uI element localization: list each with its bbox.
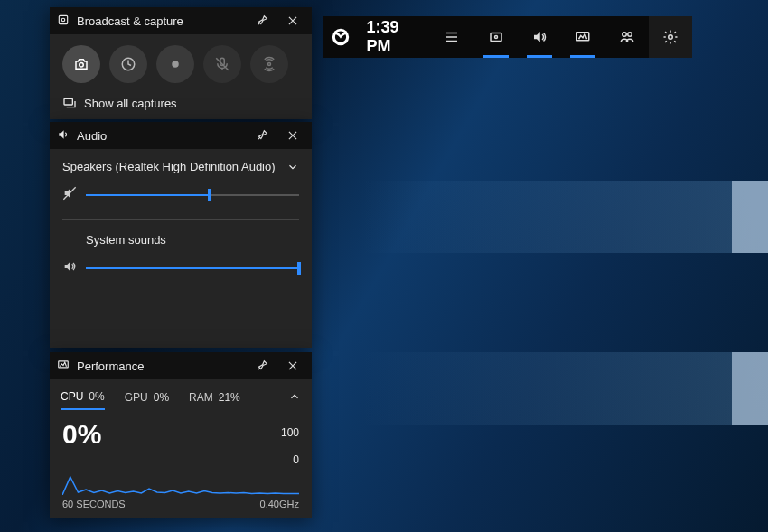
- audio-widget-button[interactable]: [518, 16, 561, 58]
- close-button[interactable]: [281, 354, 304, 378]
- start-broadcast-button[interactable]: [250, 45, 288, 83]
- clock: 1:39 PM: [358, 18, 431, 56]
- tab-cpu-label: CPU: [61, 390, 83, 403]
- broadcast-icon: [57, 14, 70, 29]
- performance-header: Performance: [50, 352, 312, 379]
- tab-cpu[interactable]: CPU 0%: [61, 385, 105, 410]
- cpu-clock: 0.40GHz: [260, 499, 299, 509]
- broadcast-header: Broadcast & capture: [50, 7, 312, 34]
- svg-point-6: [268, 63, 271, 66]
- output-device-dropdown[interactable]: Speakers (Realtek High Definition Audio): [62, 160, 299, 173]
- widgets-menu-button[interactable]: [430, 16, 473, 58]
- svg-point-4: [172, 61, 179, 68]
- collapse-toggle[interactable]: [288, 390, 301, 406]
- chevron-up-icon: [288, 390, 301, 403]
- xbox-button[interactable]: [323, 27, 358, 47]
- svg-rect-7: [64, 98, 72, 105]
- chevron-down-icon: [286, 161, 299, 173]
- system-volume-slider[interactable]: [86, 266, 299, 270]
- svg-rect-0: [59, 15, 67, 23]
- svg-point-2: [80, 63, 84, 68]
- tab-cpu-pct: 0%: [89, 390, 104, 403]
- broadcast-capture-panel: Broadcast & capture: [50, 7, 312, 119]
- audio-title: Audio: [77, 129, 243, 143]
- settings-button[interactable]: [649, 16, 692, 58]
- pin-button[interactable]: [250, 354, 274, 378]
- close-button[interactable]: [281, 124, 304, 147]
- screenshot-button[interactable]: [62, 45, 100, 83]
- cpu-usage-chart: [62, 450, 299, 495]
- show-all-captures-link[interactable]: Show all captures: [57, 96, 304, 110]
- gear-icon: [662, 29, 679, 45]
- pin-button[interactable]: [250, 9, 274, 33]
- chart-y-zero: 0: [293, 453, 299, 466]
- svg-point-1: [61, 18, 65, 22]
- mic-toggle-button[interactable]: [203, 45, 241, 83]
- tab-ram-label: RAM: [189, 391, 213, 404]
- performance-widget-button[interactable]: [561, 16, 604, 58]
- tab-gpu[interactable]: GPU 0%: [125, 386, 169, 409]
- svg-point-9: [332, 29, 349, 45]
- master-volume-slider[interactable]: [86, 193, 299, 197]
- tab-ram-pct: 21%: [219, 391, 240, 404]
- chart-y-max: 100: [281, 426, 299, 439]
- chart-x-label: 60 SECONDS: [62, 499, 126, 509]
- svg-point-14: [627, 33, 632, 37]
- game-bar-toolbar: 1:39 PM: [323, 16, 692, 58]
- output-device-label: Speakers (Realtek High Definition Audio): [62, 160, 279, 173]
- audio-panel: Audio Speakers (Realtek High Definition …: [50, 122, 312, 348]
- start-recording-button[interactable]: [156, 45, 194, 83]
- svg-rect-10: [491, 33, 501, 42]
- audio-header: Audio: [50, 122, 312, 149]
- tab-gpu-pct: 0%: [154, 391, 169, 404]
- divider: [62, 219, 299, 220]
- capture-widget-button[interactable]: [474, 16, 518, 58]
- system-sounds-label: System sounds: [86, 233, 299, 247]
- performance-panel: Performance CPU 0% GPU 0% RAM 21% 0% 100…: [50, 352, 312, 518]
- tab-ram[interactable]: RAM 21%: [189, 386, 240, 409]
- pin-button[interactable]: [250, 124, 274, 147]
- audio-icon: [57, 128, 70, 144]
- close-button[interactable]: [281, 9, 304, 33]
- record-last-button[interactable]: [109, 45, 147, 83]
- cpu-current-pct: 0%: [62, 419, 299, 450]
- tab-gpu-label: GPU: [125, 391, 148, 404]
- svg-point-13: [622, 33, 626, 37]
- broadcast-title: Broadcast & capture: [77, 14, 243, 28]
- master-mute-icon[interactable]: [62, 186, 77, 203]
- performance-icon: [57, 359, 70, 374]
- xbox-social-button[interactable]: [604, 16, 648, 58]
- svg-point-11: [494, 36, 497, 39]
- system-sounds-icon: [62, 259, 77, 276]
- performance-title: Performance: [77, 359, 243, 373]
- show-all-captures-label: Show all captures: [84, 97, 177, 110]
- svg-point-15: [669, 35, 673, 40]
